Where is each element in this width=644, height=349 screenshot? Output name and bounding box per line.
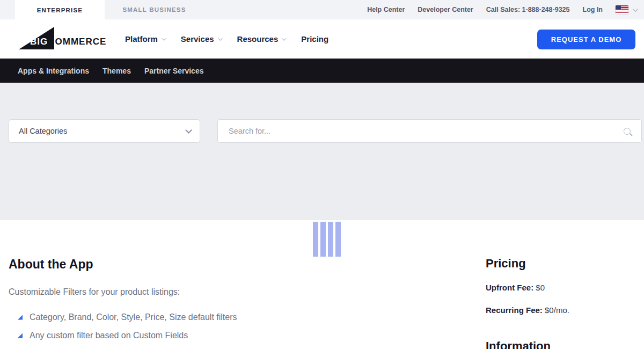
triangle-bullet-icon — [18, 333, 23, 338]
nav-item-services[interactable]: Services — [181, 34, 221, 43]
fee-value: $0 — [536, 283, 545, 292]
triangle-bullet-icon — [18, 315, 23, 320]
bigcommerce-logo[interactable]: BIGCOMMERCE — [19, 27, 142, 50]
main-nav: BIGCOMMERCE Platform Services Resources … — [0, 19, 644, 59]
search-input[interactable] — [229, 127, 624, 135]
category-dropdown[interactable]: All Categories — [9, 119, 200, 143]
chevron-down-icon — [185, 127, 192, 134]
tab-enterprise[interactable]: ENTERPRISE — [15, 0, 105, 20]
nav-item-resources[interactable]: Resources — [237, 34, 286, 43]
chevron-down-icon — [282, 36, 286, 40]
bullet-text: Any custom filter based on Custom Fields — [30, 331, 188, 340]
subnav-item-partner-services[interactable]: Partner Services — [144, 67, 204, 75]
chevron-down-icon — [633, 6, 638, 12]
spinner-bar — [313, 222, 318, 257]
tab-small-business[interactable]: SMALL BUSINESS — [105, 0, 204, 19]
nav-item-label: Services — [181, 34, 214, 43]
fee-label: Recurring Fee: — [486, 306, 543, 315]
search-icon — [624, 128, 631, 135]
logo-big: BIG — [30, 37, 48, 47]
help-center-link[interactable]: Help Center — [367, 6, 405, 13]
call-sales-link[interactable]: Call Sales: 1-888-248-9325 — [486, 6, 570, 13]
category-dropdown-value: All Categories — [19, 127, 67, 135]
about-intro-text: Customizable Filters for your product li… — [9, 287, 180, 297]
list-item: Category, Brand, Color, Style, Price, Si… — [18, 312, 237, 322]
list-item: Any custom filter based on Custom Fields — [18, 331, 188, 340]
information-heading: Information — [486, 339, 551, 349]
chevron-down-icon — [218, 36, 222, 40]
filter-section: All Categories — [0, 83, 644, 220]
loading-spinner — [313, 222, 341, 257]
developer-center-link[interactable]: Developer Center — [418, 6, 473, 13]
about-the-app-heading: About the App — [9, 257, 93, 272]
pricing-heading: Pricing — [486, 257, 526, 271]
upfront-fee-row: Upfront Fee: $0 — [486, 283, 545, 292]
spinner-bar — [335, 222, 341, 257]
subnav-item-themes[interactable]: Themes — [103, 67, 131, 75]
nav-menu: Platform Services Resources Pricing — [125, 19, 328, 59]
nav-item-pricing[interactable]: Pricing — [301, 34, 328, 43]
logo-commerce: COMMERCE — [48, 37, 106, 47]
top-meta-bar: ENTERPRISE SMALL BUSINESS Help Center De… — [0, 0, 644, 19]
spinner-bar — [320, 222, 326, 257]
subnav-item-apps-integrations[interactable]: Apps & Integrations — [18, 67, 89, 75]
nav-item-label: Resources — [237, 34, 279, 43]
nav-item-platform[interactable]: Platform — [125, 34, 165, 43]
bullet-text: Category, Brand, Color, Style, Price, Si… — [30, 312, 237, 322]
language-selector[interactable] — [616, 5, 636, 14]
search-box — [217, 119, 642, 143]
log-in-link[interactable]: Log In — [583, 6, 603, 13]
topbar-links: Help Center Developer Center Call Sales:… — [367, 0, 636, 19]
recurring-fee-row: Recurring Fee: $0/mo. — [486, 306, 569, 315]
app-detail-content: About the App Customizable Filters for y… — [0, 220, 644, 349]
request-a-demo-button[interactable]: REQUEST A DEMO — [537, 30, 635, 49]
fee-label: Upfront Fee: — [486, 283, 533, 292]
marketplace-sub-nav: Apps & Integrations Themes Partner Servi… — [0, 59, 644, 83]
nav-item-label: Pricing — [301, 34, 328, 43]
nav-item-label: Platform — [125, 34, 158, 43]
us-flag-icon — [616, 5, 628, 14]
logo-text: BIGCOMMERCE — [30, 37, 106, 47]
chevron-down-icon — [162, 36, 166, 40]
fee-value: $0/mo. — [545, 306, 569, 315]
spinner-bar — [328, 222, 333, 257]
